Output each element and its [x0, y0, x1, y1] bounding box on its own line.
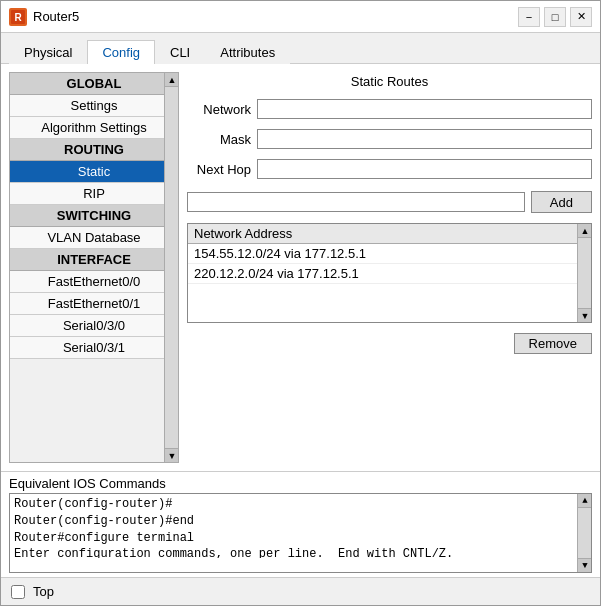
app-icon: R — [9, 8, 27, 26]
title-bar: R Router5 − □ ✕ — [1, 1, 600, 33]
ios-line: Router(config-router)#end — [14, 513, 587, 530]
remove-button[interactable]: Remove — [514, 333, 592, 354]
bottom-bar: Top — [1, 577, 600, 605]
sidebar-scroll-down[interactable]: ▼ — [165, 448, 179, 462]
ios-scroll-down[interactable]: ▼ — [578, 558, 592, 572]
ios-scroll-up[interactable]: ▲ — [578, 494, 592, 508]
sidebar-scrollbar: ▲ ▼ — [164, 73, 178, 462]
content-area: GLOBAL Settings Algorithm Settings ROUTI… — [1, 64, 600, 471]
sidebar-item-rip[interactable]: RIP — [10, 183, 178, 205]
sidebar-header-global: GLOBAL — [10, 73, 178, 95]
sidebar: GLOBAL Settings Algorithm Settings ROUTI… — [9, 72, 179, 463]
network-list-header: Network Address — [188, 224, 591, 244]
network-label: Network — [187, 102, 257, 117]
mask-input[interactable] — [257, 129, 592, 149]
svg-text:R: R — [14, 12, 22, 23]
ios-line: Router(config-router)# — [14, 496, 587, 513]
panel-title: Static Routes — [187, 72, 592, 93]
ios-terminal: Router(config-router)# Router(config-rou… — [9, 493, 592, 573]
top-checkbox[interactable] — [11, 585, 25, 599]
ios-terminal-scrollbar: ▲ ▼ — [577, 494, 591, 572]
maximize-button[interactable]: □ — [544, 7, 566, 27]
sidebar-item-settings[interactable]: Settings — [10, 95, 178, 117]
sidebar-header-routing: ROUTING — [10, 139, 178, 161]
sidebar-item-serial031[interactable]: Serial0/3/1 — [10, 337, 178, 359]
tab-physical[interactable]: Physical — [9, 40, 87, 64]
sidebar-item-vlan-database[interactable]: VLAN Database — [10, 227, 178, 249]
sidebar-item-algorithm-settings[interactable]: Algorithm Settings — [10, 117, 178, 139]
sidebar-item-fastethernet01[interactable]: FastEthernet0/1 — [10, 293, 178, 315]
sidebar-item-fastethernet00[interactable]: FastEthernet0/0 — [10, 271, 178, 293]
sidebar-header-switching: SWITCHING — [10, 205, 178, 227]
remove-row: Remove — [187, 333, 592, 354]
network-list-items: 154.55.12.0/24 via 177.12.5.1 220.12.2.0… — [188, 244, 591, 314]
top-label: Top — [33, 584, 54, 599]
sidebar-item-serial030[interactable]: Serial0/3/0 — [10, 315, 178, 337]
ios-line: Router#configure terminal — [14, 530, 587, 547]
network-list-scrollbar: ▲ ▼ — [577, 224, 591, 322]
network-list-item[interactable]: 154.55.12.0/24 via 177.12.5.1 — [188, 244, 591, 264]
nexthop-row: Next Hop — [187, 159, 592, 179]
window-title: Router5 — [33, 9, 518, 24]
nexthop-label: Next Hop — [187, 162, 257, 177]
sidebar-scroll-up[interactable]: ▲ — [165, 73, 179, 87]
network-list-item[interactable]: 220.12.2.0/24 via 177.12.5.1 — [188, 264, 591, 284]
tab-bar: Physical Config CLI Attributes — [1, 33, 600, 64]
network-list-scroll-down[interactable]: ▼ — [578, 308, 592, 322]
network-list-container: Network Address 154.55.12.0/24 via 177.1… — [187, 223, 592, 323]
mask-row: Mask — [187, 129, 592, 149]
add-row: Add — [187, 191, 592, 213]
ios-line: Enter configuration commands, one per li… — [14, 546, 587, 558]
ios-label: Equivalent IOS Commands — [9, 476, 592, 491]
sidebar-item-static[interactable]: Static — [10, 161, 178, 183]
nexthop-input[interactable] — [257, 159, 592, 179]
close-button[interactable]: ✕ — [570, 7, 592, 27]
sidebar-header-interface: INTERFACE — [10, 249, 178, 271]
window-controls: − □ ✕ — [518, 7, 592, 27]
network-input[interactable] — [257, 99, 592, 119]
main-panel: Static Routes Network Mask Next Hop Add — [187, 72, 592, 463]
add-bar — [187, 192, 525, 212]
ios-section: Equivalent IOS Commands Router(config-ro… — [1, 471, 600, 577]
tab-attributes[interactable]: Attributes — [205, 40, 290, 64]
minimize-button[interactable]: − — [518, 7, 540, 27]
sidebar-list: GLOBAL Settings Algorithm Settings ROUTI… — [10, 73, 178, 462]
tab-config[interactable]: Config — [87, 40, 155, 64]
network-list-scroll-up[interactable]: ▲ — [578, 224, 592, 238]
ios-terminal-content[interactable]: Router(config-router)# Router(config-rou… — [10, 494, 591, 558]
mask-label: Mask — [187, 132, 257, 147]
network-row: Network — [187, 99, 592, 119]
tab-cli[interactable]: CLI — [155, 40, 205, 64]
add-button[interactable]: Add — [531, 191, 592, 213]
main-window: R Router5 − □ ✕ Physical Config CLI Attr… — [0, 0, 601, 606]
